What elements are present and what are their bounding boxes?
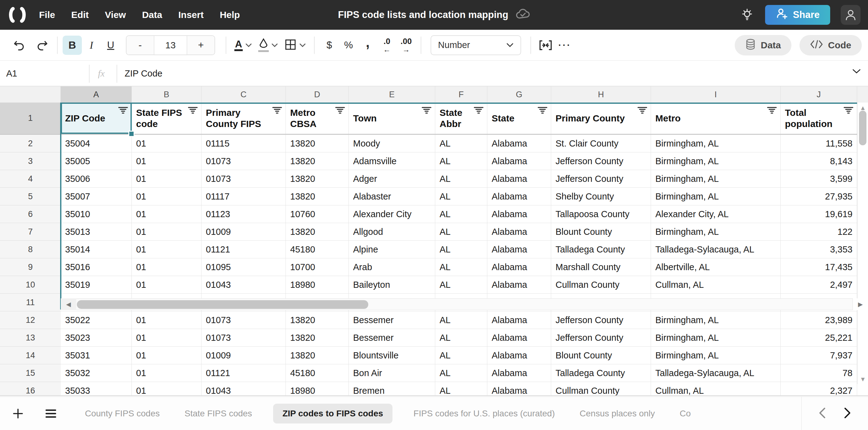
cell-D2[interactable]: 13820 (286, 135, 349, 153)
cell-H9[interactable]: Marshall County (551, 258, 651, 276)
cell-I14[interactable]: Birmingham, AL (651, 347, 781, 364)
horizontal-scrollbar[interactable]: ◀ ▶ (61, 298, 868, 310)
redo-button[interactable] (33, 36, 52, 55)
cell-D7[interactable]: 13820 (286, 223, 349, 241)
menu-help[interactable]: Help (220, 10, 240, 20)
cell-E9[interactable]: Arab (349, 258, 435, 276)
cell-A3[interactable]: 35005 (61, 153, 132, 170)
merge-cells-button[interactable] (536, 36, 555, 55)
cell-E7[interactable]: Allgood (349, 223, 435, 241)
cell-C6[interactable]: 01123 (202, 205, 286, 223)
menu-insert[interactable]: Insert (178, 10, 204, 20)
cell-A2[interactable]: 35004 (61, 135, 132, 153)
cell-H8[interactable]: Talladega County (551, 241, 651, 258)
cell-F14[interactable]: AL (435, 347, 487, 364)
cell-A10[interactable]: 35019 (61, 276, 132, 294)
cell-C5[interactable]: 01117 (202, 188, 286, 205)
sheet-tab-census-places-only[interactable]: Census places only (576, 404, 659, 424)
filter-icon[interactable] (421, 106, 432, 115)
header-cell-state[interactable]: State (487, 103, 551, 134)
cell-G6[interactable]: Alabama (487, 205, 551, 223)
cell-H10[interactable]: Cullman County (551, 276, 651, 294)
menu-edit[interactable]: Edit (71, 10, 89, 20)
cell-I6[interactable]: Alexander City, AL (651, 205, 781, 223)
sheet-tab-fips-codes-for-u-s-places-curated-[interactable]: FIPS codes for U.S. places (curated) (410, 404, 559, 424)
cell-J12[interactable]: 23,989 (781, 311, 857, 329)
code-panel-button[interactable]: Code (800, 35, 862, 56)
cell-I8[interactable]: Talladega-Sylacauga, AL (651, 241, 781, 258)
cell-H2[interactable]: St. Clair County (551, 135, 651, 153)
cell-D5[interactable]: 13820 (286, 188, 349, 205)
cell-B3[interactable]: 01 (132, 153, 202, 170)
cell-F3[interactable]: AL (435, 153, 487, 170)
cell-I16[interactable]: Cullman, AL (651, 382, 781, 396)
cell-E10[interactable]: Baileyton (349, 276, 435, 294)
cell-H16[interactable]: Cullman County (551, 382, 651, 396)
cell-I12[interactable]: Birmingham, AL (651, 311, 781, 329)
cell-C9[interactable]: 01095 (202, 258, 286, 276)
underline-button[interactable]: U (101, 36, 120, 55)
cell-F10[interactable]: AL (435, 276, 487, 294)
column-header-B[interactable]: B (132, 87, 202, 103)
cell-A5[interactable]: 35007 (61, 188, 132, 205)
cell-B13[interactable]: 01 (132, 329, 202, 347)
cell-G14[interactable]: Alabama (487, 347, 551, 364)
cell-C2[interactable]: 01115 (202, 135, 286, 153)
row-header-6[interactable]: 6 (0, 205, 61, 223)
increase-decimals-button[interactable]: .00→ (397, 36, 416, 55)
cell-A14[interactable]: 35031 (61, 347, 132, 364)
currency-format-button[interactable]: $ (320, 36, 339, 55)
borders-button[interactable] (284, 38, 306, 52)
cell-J5[interactable]: 27,935 (781, 188, 857, 205)
cell-C16[interactable]: 01043 (202, 382, 286, 396)
row-header-3[interactable]: 3 (0, 153, 61, 170)
cell-H4[interactable]: Jefferson County (551, 170, 651, 188)
column-header-G[interactable]: G (487, 87, 551, 103)
cell-F5[interactable]: AL (435, 188, 487, 205)
cell-J16[interactable]: 2,327 (781, 382, 857, 396)
cell-E4[interactable]: Adger (349, 170, 435, 188)
column-header-E[interactable]: E (349, 87, 435, 103)
cell-J8[interactable]: 3,353 (781, 241, 857, 258)
cell-G8[interactable]: Alabama (487, 241, 551, 258)
cell-I13[interactable]: Birmingham, AL (651, 329, 781, 347)
cell-G13[interactable]: Alabama (487, 329, 551, 347)
cell-H15[interactable]: Talladega County (551, 364, 651, 382)
cell-A7[interactable]: 35013 (61, 223, 132, 241)
cell-I7[interactable]: Birmingham, AL (651, 223, 781, 241)
cell-B9[interactable]: 01 (132, 258, 202, 276)
cell-F15[interactable]: AL (435, 364, 487, 382)
filter-icon[interactable] (537, 106, 548, 115)
cell-A4[interactable]: 35006 (61, 170, 132, 188)
cell-E6[interactable]: Alexander City (349, 205, 435, 223)
header-cell-total-population[interactable]: Total population (781, 103, 857, 134)
row-header-8[interactable]: 8 (0, 241, 61, 258)
cell-J14[interactable]: 7,937 (781, 347, 857, 364)
row-header-11[interactable]: 11 (0, 294, 61, 311)
row-header-9[interactable]: 9 (0, 258, 61, 276)
more-options-button[interactable]: ··· (555, 36, 575, 55)
cell-F4[interactable]: AL (435, 170, 487, 188)
user-avatar-icon[interactable] (841, 5, 861, 25)
filter-icon[interactable] (637, 106, 648, 115)
scroll-left-arrow-icon[interactable]: ◀ (61, 298, 76, 310)
selection-fill-handle[interactable] (128, 131, 134, 137)
cell-A16[interactable]: 35033 (61, 382, 132, 396)
cell-J10[interactable]: 2,497 (781, 276, 857, 294)
undo-button[interactable] (9, 36, 29, 55)
row-header-16[interactable]: 16 (0, 382, 61, 396)
filter-icon[interactable] (473, 106, 484, 115)
cell-J9[interactable]: 17,435 (781, 258, 857, 276)
filter-icon[interactable] (118, 106, 128, 115)
cell-D13[interactable]: 13820 (286, 329, 349, 347)
cell-B10[interactable]: 01 (132, 276, 202, 294)
fill-color-button[interactable] (258, 38, 278, 52)
cell-D8[interactable]: 45180 (286, 241, 349, 258)
filter-icon[interactable] (335, 106, 345, 115)
cell-H7[interactable]: Blount County (551, 223, 651, 241)
column-header-D[interactable]: D (286, 87, 349, 103)
cell-E3[interactable]: Adamsville (349, 153, 435, 170)
cell-F12[interactable]: AL (435, 311, 487, 329)
sheet-tab-zip-codes-to-fips-codes[interactable]: ZIP codes to FIPS codes (273, 404, 393, 424)
cell-E15[interactable]: Bon Air (349, 364, 435, 382)
